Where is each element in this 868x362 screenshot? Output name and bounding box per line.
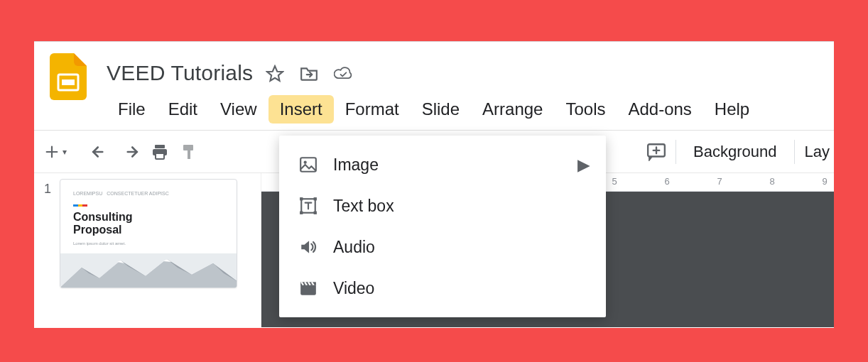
menu-item-label: Audio (333, 238, 375, 257)
ruler-tick: 8 (746, 173, 798, 191)
svg-rect-6 (183, 145, 193, 150)
menu-edit[interactable]: Edit (157, 95, 209, 124)
svg-rect-14 (314, 197, 317, 200)
slides-logo-icon (50, 53, 87, 100)
insert-textbox-item[interactable]: Text box (279, 185, 606, 226)
insert-dropdown-menu: Image ▶ Text box Audio Video (279, 136, 606, 317)
menu-view[interactable]: View (209, 95, 268, 124)
star-icon[interactable] (266, 65, 284, 83)
svg-rect-3 (155, 145, 165, 148)
accent-bar (73, 204, 87, 207)
thumb-title-line2: Proposal (73, 224, 224, 236)
audio-icon (298, 236, 319, 258)
svg-rect-5 (156, 153, 164, 159)
menu-insert[interactable]: Insert (268, 95, 334, 124)
thumb-title-line1: Consulting (73, 211, 224, 224)
thumb-crumb: LOREMIPSU (73, 191, 102, 196)
textbox-icon (298, 195, 319, 216)
insert-image-item[interactable]: Image ▶ (279, 144, 606, 185)
redo-button[interactable] (116, 139, 143, 165)
submenu-arrow-icon: ▶ (577, 155, 590, 175)
layout-button[interactable]: Lay (801, 139, 834, 165)
menu-slide[interactable]: Slide (411, 95, 471, 124)
menu-tools[interactable]: Tools (554, 95, 617, 124)
menu-item-label: Image (333, 155, 379, 175)
menu-addons[interactable]: Add-ons (617, 95, 702, 124)
background-button[interactable]: Background (682, 139, 788, 165)
insert-video-item[interactable]: Video (279, 268, 606, 309)
svg-rect-16 (314, 212, 317, 214)
slides-app-window: VEED Tutorials File Edit View Insert For… (34, 41, 834, 328)
svg-point-11 (304, 161, 307, 164)
menu-item-label: Text box (333, 197, 394, 216)
print-button[interactable] (146, 139, 173, 165)
menu-format[interactable]: Format (334, 95, 411, 124)
slide-thumbnail[interactable]: LOREMIPSU CONSECTETUER ADIPISC Consultin… (60, 179, 237, 288)
image-icon (298, 154, 319, 175)
chevron-down-icon: ▾ (63, 147, 67, 157)
menu-file[interactable]: File (107, 95, 157, 124)
undo-button[interactable] (87, 139, 114, 165)
menu-bar: File Edit View Insert Format Slide Arran… (34, 93, 834, 126)
ruler-tick: 7 (693, 173, 746, 191)
document-title[interactable]: VEED Tutorials (107, 61, 253, 85)
slide-number: 1 (44, 182, 51, 322)
svg-rect-7 (188, 150, 190, 159)
paint-format-button[interactable] (176, 139, 203, 165)
menu-item-label: Video (333, 279, 374, 298)
title-actions (266, 65, 352, 83)
slide-panel: 1 LOREMIPSU CONSECTETUER ADIPISC Consult… (34, 173, 261, 327)
menu-arrange[interactable]: Arrange (471, 95, 554, 124)
ruler-tick: 9 (798, 173, 834, 191)
svg-marker-2 (267, 66, 283, 81)
move-folder-icon[interactable] (300, 65, 318, 83)
ruler-tick: 6 (641, 173, 693, 191)
svg-rect-15 (300, 212, 303, 214)
thumb-crumb: CONSECTETUER ADIPISC (107, 191, 169, 196)
title-bar: VEED Tutorials (34, 42, 834, 93)
menu-help[interactable]: Help (703, 95, 761, 124)
cloud-status-icon[interactable] (334, 65, 352, 83)
add-comment-button[interactable] (643, 139, 670, 165)
new-slide-button[interactable]: ▾ (41, 139, 68, 165)
svg-rect-13 (300, 197, 303, 200)
mountain-graphic (60, 253, 237, 287)
video-icon (298, 278, 319, 299)
insert-audio-item[interactable]: Audio (279, 226, 606, 268)
thumb-subtitle: Lorem ipsum dolor sit amet. (73, 241, 224, 246)
svg-rect-1 (62, 79, 75, 85)
